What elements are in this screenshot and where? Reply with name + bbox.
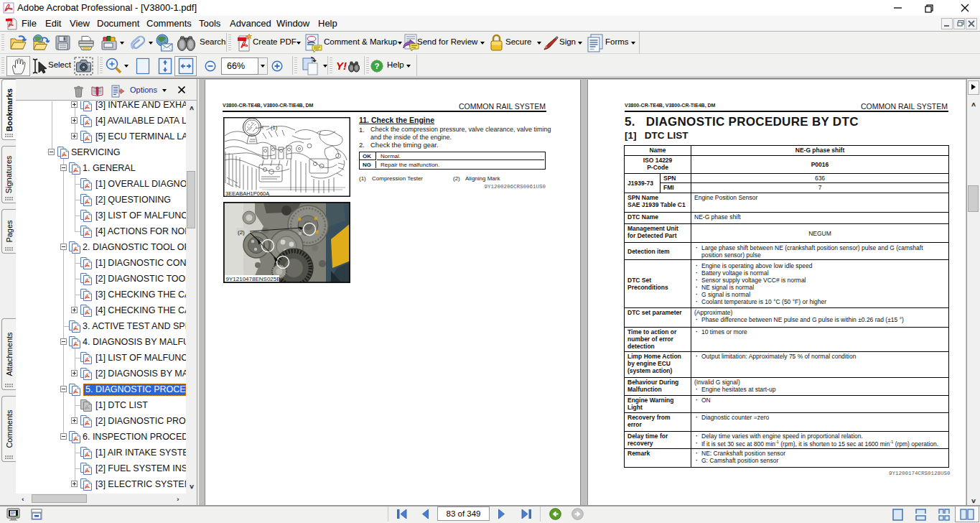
svg-text:(1): (1): [271, 124, 278, 131]
svg-text:3EEABAH1P060A: 3EEABAH1P060A: [225, 190, 269, 197]
svg-text:?: ?: [374, 62, 379, 70]
svg-text:(2): (2): [238, 229, 245, 236]
svg-text:9Y1210478ENS025B: 9Y1210478ENS025B: [226, 276, 281, 282]
